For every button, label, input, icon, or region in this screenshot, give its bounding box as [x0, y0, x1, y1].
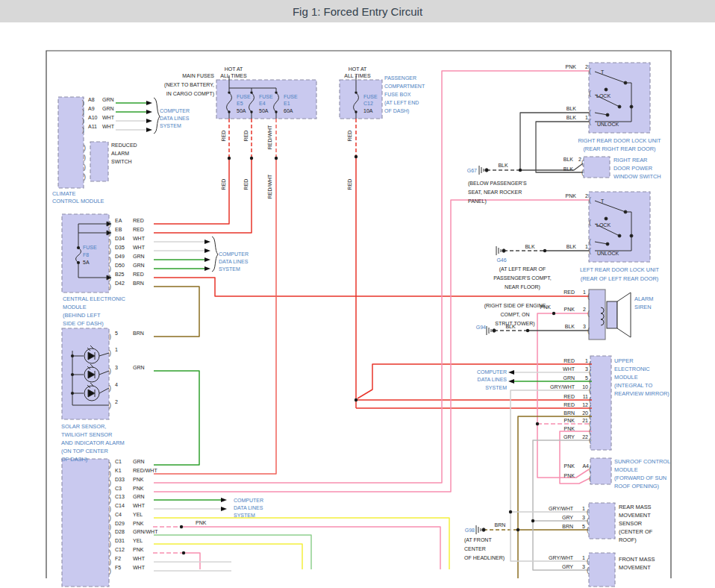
- svg-text:(REAR RIGHT REAR DOOR): (REAR RIGHT REAR DOOR): [583, 146, 655, 152]
- svg-text:(: (: [589, 413, 591, 420]
- ground-g46: G46 (AT LEFT REAR OF PASSENGER'S COMPT, …: [493, 257, 551, 290]
- svg-text:(: (: [587, 526, 589, 534]
- svg-text:SENSOR: SENSOR: [619, 520, 642, 527]
- svg-text:(FORWARD OF SUN: (FORWARD OF SUN: [614, 475, 666, 481]
- svg-text:RED: RED: [563, 402, 575, 407]
- svg-text:DOOR POWER: DOOR POWER: [613, 165, 652, 172]
- svg-text:A8: A8: [88, 97, 95, 102]
- fuse-e5-amp: 50A: [237, 108, 246, 113]
- svg-text:(: (: [589, 118, 591, 125]
- g67-ground-icon: [479, 166, 488, 175]
- svg-text:BLK: BLK: [566, 106, 577, 111]
- wires-pink: [153, 71, 592, 569]
- svg-text:1: 1: [585, 244, 588, 249]
- svg-text:): ): [82, 117, 84, 125]
- svg-text:WINDOW SWITCH: WINDOW SWITCH: [613, 173, 661, 180]
- svg-text:(: (: [589, 387, 591, 394]
- svg-text:): ): [109, 247, 111, 254]
- wires-white: [116, 121, 592, 571]
- svg-text:SUNROOF CONTROL: SUNROOF CONTROL: [614, 458, 670, 465]
- svg-text:(BELOW PASSENGER'S: (BELOW PASSENGER'S: [468, 181, 527, 187]
- svg-text:GRN: GRN: [133, 263, 145, 268]
- svg-text:GRN: GRN: [133, 494, 145, 499]
- svg-text:3: 3: [582, 564, 585, 569]
- cdl-bottom2: DATA LINES: [234, 505, 263, 510]
- svg-text:1: 1: [583, 290, 586, 295]
- svg-text:5: 5: [585, 375, 588, 381]
- svg-text:ROOF OPENING): ROOF OPENING): [614, 483, 659, 490]
- reduced-alarm-switch-box: [90, 142, 108, 181]
- svg-text:RED: RED: [133, 272, 144, 277]
- svg-text:): ): [84, 154, 86, 161]
- wires-black: [487, 113, 589, 331]
- svg-text:(CENTER OF: (CENTER OF: [619, 528, 653, 535]
- svg-text:BRN: BRN: [563, 410, 575, 416]
- g46-ground-icon: [496, 246, 505, 255]
- climate-module-label2: CONTROL MODULE: [52, 198, 104, 204]
- svg-text:UPPER: UPPER: [614, 357, 633, 364]
- svg-text:GRN: GRN: [563, 375, 575, 381]
- main-fuses-label: MAIN FUSES: [182, 73, 214, 78]
- cem-fuse-amp: 5A: [83, 260, 90, 265]
- svg-text:WHT: WHT: [133, 565, 146, 570]
- svg-text:F2: F2: [115, 556, 121, 561]
- svg-text:(: (: [581, 159, 584, 166]
- svg-text:UNLOCK: UNLOCK: [597, 122, 619, 127]
- svg-text:BLK: BLK: [498, 163, 508, 168]
- pass-fuse-label2: COMPARTMENT: [384, 84, 425, 89]
- svg-text:): ): [82, 126, 84, 134]
- svg-text:C3: C3: [115, 486, 122, 491]
- pass-fuse-label5: OF DASH): [384, 108, 409, 114]
- svg-text:BLK: BLK: [525, 244, 535, 249]
- svg-text:ALARM: ALARM: [634, 295, 653, 302]
- svg-text:20: 20: [582, 410, 588, 416]
- svg-text:): ): [82, 99, 84, 107]
- svg-text:): ): [109, 401, 111, 409]
- svg-text:C14: C14: [115, 503, 125, 508]
- svg-text:(AT FRONT: (AT FRONT: [464, 537, 492, 543]
- svg-text:): ): [109, 531, 111, 539]
- svg-text:): ): [109, 384, 111, 392]
- main-fuses-label2: (NEXT TO BATTERY,: [164, 82, 214, 88]
- reduced-alarm-label3: SWITCH: [111, 159, 132, 164]
- cem-pins: )) )) )) )) EARED EBRED D34WHT D35WHT D4…: [109, 218, 146, 290]
- svg-text:(: (: [587, 293, 590, 300]
- svg-text:): ): [109, 505, 111, 513]
- solar-label4: (ON TOP CENTER: [61, 448, 108, 454]
- svg-text:): ): [109, 540, 111, 548]
- svg-text:EB: EB: [115, 227, 122, 232]
- svg-text:T: T: [601, 198, 605, 204]
- svg-text:2: 2: [585, 64, 588, 69]
- svg-text:RED: RED: [347, 131, 352, 142]
- svg-text:BLK: BLK: [566, 244, 577, 249]
- svg-text:2: 2: [115, 399, 118, 404]
- svg-text:(: (: [589, 420, 591, 428]
- svg-text:BLK: BLK: [565, 324, 575, 329]
- svg-text:WHT: WHT: [133, 245, 146, 250]
- svg-text:G67: G67: [467, 168, 477, 173]
- svg-text:COMPT, ON: COMPT, ON: [501, 312, 530, 317]
- pass-fuse-label3: FUSE BOX: [384, 92, 411, 97]
- svg-text:): ): [109, 523, 111, 531]
- svg-text:(: (: [581, 169, 584, 176]
- svg-text:(: (: [589, 90, 591, 97]
- cem-fuse-id: F8: [83, 252, 89, 257]
- cem-label2: MODULE: [63, 304, 87, 310]
- cdl-cem2: DATA LINES: [219, 259, 249, 264]
- fuse-e1-id: E1: [284, 101, 290, 106]
- svg-text:(: (: [587, 310, 590, 317]
- svg-text:WHT: WHT: [102, 124, 115, 129]
- hot-at-label-2b: ALL TIMES: [344, 73, 371, 78]
- svg-text:OF HEADLINER): OF HEADLINER): [464, 555, 505, 561]
- svg-text:G46: G46: [496, 257, 506, 263]
- bottom-module-pins: )) )) )) )) )) )) ) C1GRN K1RED/WHT D33P…: [109, 459, 158, 575]
- cem-label: CENTRAL ELECTRONIC: [63, 295, 126, 302]
- svg-text:D42: D42: [115, 281, 125, 286]
- svg-text:11: 11: [583, 394, 588, 399]
- svg-text:1: 1: [115, 347, 118, 352]
- svg-text:D50: D50: [115, 263, 125, 268]
- fuse-e5-word: FUSE: [237, 94, 251, 99]
- svg-text:): ): [109, 514, 111, 522]
- svg-text:22: 22: [582, 434, 588, 440]
- ground-g67: G67 BLK (BELOW PASSENGER'S SEAT, NEAR RO…: [467, 163, 527, 204]
